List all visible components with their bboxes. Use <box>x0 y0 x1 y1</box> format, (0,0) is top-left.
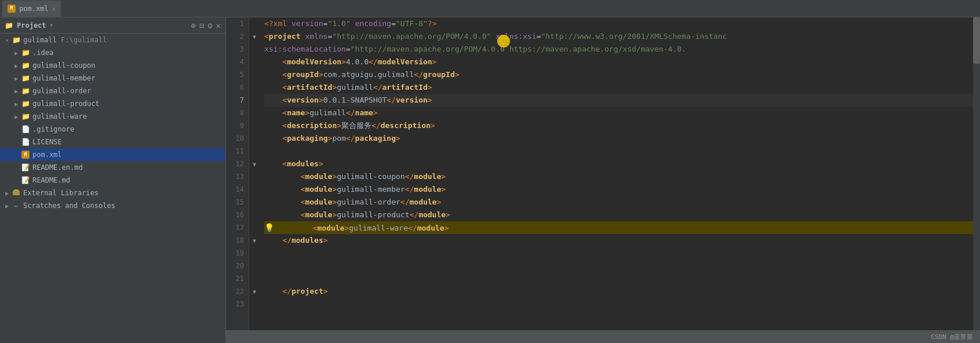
code-line-7[interactable]: <version>0.0.1-SNAPSHOT</version> <box>264 94 975 107</box>
fold-marker-5 <box>249 68 260 81</box>
line-number-11: 11 <box>226 145 249 158</box>
tree-item-order[interactable]: ▶ 📁 gulimall-order <box>0 85 225 97</box>
sidebar-title-area: 📁 Project ▾ <box>5 21 53 30</box>
scratches-label: Scratches and Consoles <box>23 202 115 210</box>
line-number-3: 3 <box>226 43 249 56</box>
fold-marker-22[interactable]: ▼ <box>249 285 260 298</box>
code-line-18[interactable]: </modules> <box>264 234 975 247</box>
fold-gutter: ▼▼▼▼ <box>249 17 260 330</box>
code-line-21[interactable] <box>264 272 975 285</box>
tree-item-product[interactable]: ▶ 📁 gulimall-product <box>0 97 225 110</box>
gitignore-icon: 📄 <box>21 125 30 134</box>
sidebar-header-icons: ⊕ ⊟ ⚙ ✕ <box>191 21 221 30</box>
scratches-icon: ✏️ <box>12 201 21 210</box>
tab-label: pom.xml <box>19 5 49 13</box>
tree-item-ware[interactable]: ▶ 📁 gulimall-ware <box>0 110 225 123</box>
code-line-16[interactable]: <module>gulimall-product</module> <box>264 209 975 221</box>
line-number-16: 16 <box>226 209 249 221</box>
line-number-1: 1 <box>226 17 249 30</box>
readme-en-icon: 📝 <box>21 163 30 172</box>
line-number-17: 17 <box>226 221 249 234</box>
line-number-15: 15 <box>226 196 249 209</box>
code-lines[interactable]: <?xml version="1.0" encoding="UTF-8"?><p… <box>260 17 980 330</box>
sidebar-content[interactable]: ▾ 📁 gulimall F:\gulimall ▶ 📁 .idea ▶ 📁 g… <box>0 34 225 343</box>
bottom-bar: CSDN @蓝芽菜 <box>226 330 980 343</box>
readme-en-label: README.en.md <box>32 163 83 172</box>
tree-item-idea[interactable]: ▶ 📁 .idea <box>0 46 225 59</box>
tab-close-button[interactable]: ✕ <box>52 5 56 13</box>
pom-label: pom.xml <box>32 151 62 159</box>
tree-item-member[interactable]: ▶ 📁 gulimall-member <box>0 72 225 85</box>
code-line-17[interactable]: 💡 <module>gulimall-ware</module> <box>264 221 975 234</box>
code-line-6[interactable]: <artifactId>gulimall</artifactId> <box>264 81 975 94</box>
tree-item-ext-lib[interactable]: ▶ External Libraries <box>0 187 225 199</box>
sidebar-title: Project <box>17 21 46 30</box>
ware-folder-icon: 📁 <box>21 112 30 121</box>
code-line-14[interactable]: <module>gulimall-member</module> <box>264 183 975 196</box>
ware-arrow: ▶ <box>12 112 21 121</box>
fold-marker-20 <box>249 260 260 272</box>
fold-marker-12[interactable]: ▼ <box>249 158 260 170</box>
fold-marker-1 <box>249 17 260 30</box>
gitignore-label: .gitignore <box>32 125 74 133</box>
ext-lib-label: External Libraries <box>23 189 99 197</box>
svg-rect-0 <box>13 191 20 195</box>
code-line-13[interactable]: <module>gulimall-coupon</module> <box>264 170 975 183</box>
code-editor[interactable]: 1234567891011121314151617181920212223 ▼▼… <box>226 17 980 330</box>
line-number-13: 13 <box>226 170 249 183</box>
code-line-8[interactable]: <name>gulimall</name> <box>264 107 975 119</box>
line-number-7: 7 <box>226 94 249 107</box>
code-line-11[interactable] <box>264 145 975 158</box>
code-line-9[interactable]: <description>聚合服务</description> <box>264 119 975 132</box>
order-folder-icon: 📁 <box>21 86 30 96</box>
tree-item-readme-en[interactable]: ▶ 📝 README.en.md <box>0 161 225 174</box>
root-label: gulimall F:\gulimall <box>23 36 107 44</box>
bulb-icon-17[interactable]: 💡 <box>264 223 274 232</box>
product-folder-icon: 📁 <box>21 99 30 108</box>
sidebar: 📁 Project ▾ ⊕ ⊟ ⚙ ✕ ▾ 📁 gulimall F:\guli… <box>0 17 226 343</box>
close-icon[interactable]: ✕ <box>216 21 221 30</box>
fold-marker-21 <box>249 272 260 285</box>
tree-item-scratches[interactable]: ▶ ✏️ Scratches and Consoles <box>0 199 225 212</box>
scratches-arrow: ▶ <box>2 201 12 210</box>
tab-pom-xml[interactable]: M pom.xml ✕ <box>2 1 61 17</box>
line-number-23: 23 <box>226 298 249 311</box>
scrollbar[interactable] <box>973 17 980 330</box>
code-line-23[interactable] <box>264 298 975 311</box>
collapse-icon[interactable]: ⊟ <box>199 21 204 30</box>
fold-marker-7 <box>249 94 260 107</box>
line-number-21: 21 <box>226 272 249 285</box>
tree-item-license[interactable]: ▶ 📄 LICENSE <box>0 136 225 148</box>
tree-item-gitignore[interactable]: ▶ 📄 .gitignore <box>0 123 225 136</box>
code-line-19[interactable] <box>264 247 975 260</box>
code-line-12[interactable]: <modules> <box>264 158 975 170</box>
scrollbar-thumb[interactable] <box>973 17 980 64</box>
tree-item-readme[interactable]: ▶ 📝 README.md <box>0 174 225 187</box>
code-line-3[interactable]: xsi:schemaLocation="http://maven.apache.… <box>264 43 975 56</box>
code-line-22[interactable]: </project> <box>264 285 975 298</box>
tree-item-coupon[interactable]: ▶ 📁 gulimall-coupon <box>0 59 225 72</box>
code-line-4[interactable]: <modelVersion>4.0.0</modelVersion> <box>264 56 975 68</box>
fold-marker-8 <box>249 107 260 119</box>
code-line-2[interactable]: <project xmlns="http://maven.apache.org/… <box>264 30 975 43</box>
locate-icon[interactable]: ⊕ <box>191 21 195 30</box>
tab-bar: M pom.xml ✕ <box>0 0 980 17</box>
code-line-15[interactable]: <module>gulimall-order</module> <box>264 196 975 209</box>
fold-marker-14 <box>249 183 260 196</box>
fold-marker-10 <box>249 132 260 145</box>
main-layout: 📁 Project ▾ ⊕ ⊟ ⚙ ✕ ▾ 📁 gulimall F:\guli… <box>0 17 980 343</box>
code-line-10[interactable]: <packaging>pom</packaging> <box>264 132 975 145</box>
code-line-1[interactable]: <?xml version="1.0" encoding="UTF-8"?> <box>264 17 975 30</box>
line-number-5: 5 <box>226 68 249 81</box>
tree-root[interactable]: ▾ 📁 gulimall F:\gulimall <box>0 34 225 46</box>
line-number-19: 19 <box>226 247 249 260</box>
fold-marker-2[interactable]: ▼ <box>249 30 260 43</box>
fold-marker-4 <box>249 56 260 68</box>
fold-marker-18[interactable]: ▼ <box>249 234 260 247</box>
fold-marker-16 <box>249 209 260 221</box>
code-line-5[interactable]: <groupId>com.atguigu.gulimall</groupId> <box>264 68 975 81</box>
tree-item-pom[interactable]: ▶ M pom.xml <box>0 148 225 161</box>
settings-icon[interactable]: ⚙ <box>207 21 212 30</box>
order-label: gulimall-order <box>32 87 91 95</box>
code-line-20[interactable] <box>264 260 975 272</box>
